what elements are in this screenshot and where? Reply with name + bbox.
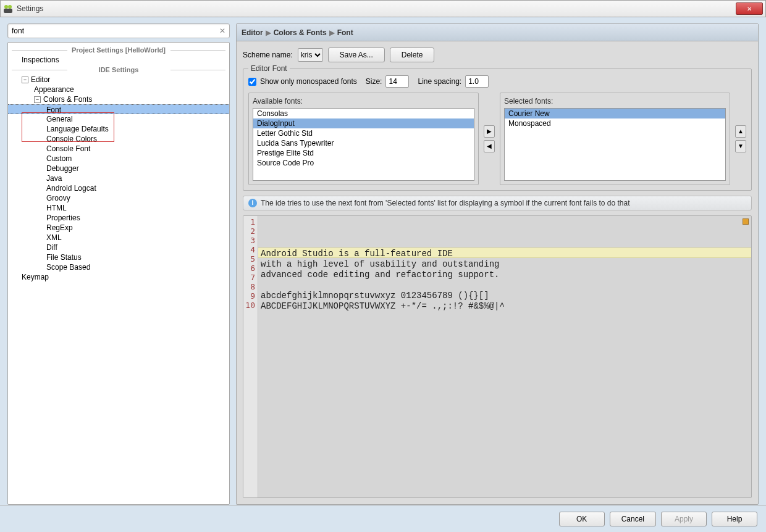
move-right-button[interactable]: ▶ (484, 125, 495, 138)
list-item[interactable]: Lucida Sans Typewriter (253, 138, 474, 148)
expander-icon[interactable]: − (22, 77, 28, 83)
size-label: Size: (366, 77, 382, 86)
tree-colors-fonts[interactable]: −Colors & Fonts (8, 94, 229, 104)
tree-java[interactable]: Java (8, 173, 229, 183)
available-fonts-list[interactable]: ConsolasDialogInputLetter Gothic StdLuci… (253, 108, 474, 181)
list-item[interactable]: Prestige Elite Std (253, 148, 474, 158)
tree-appearance[interactable]: Appearance (8, 85, 229, 94)
svg-point-1 (4, 5, 8, 9)
dialog-footer: OK Cancel Apply Help (0, 505, 766, 532)
editor-content[interactable]: Android Studio is a full-featured IDE wi… (258, 216, 751, 497)
tree-font[interactable]: Font (8, 104, 229, 114)
search-input[interactable] (7, 23, 230, 38)
tree-editor[interactable]: −Editor (8, 75, 229, 85)
settings-tree[interactable]: Project Settings [HelloWorld] Inspection… (7, 42, 230, 505)
selected-fonts-box: Selected fonts: Courier NewMonospaced (500, 93, 730, 185)
tree-console-colors[interactable]: Console Colors (8, 134, 229, 144)
tree-language-defaults[interactable]: Language Defaults (8, 124, 229, 134)
apply-button[interactable]: Apply (661, 512, 707, 526)
list-item[interactable]: Letter Gothic Std (253, 128, 474, 138)
line-spacing-label: Line spacing: (418, 77, 461, 86)
clear-search-icon[interactable]: ✕ (217, 26, 227, 36)
tree-html[interactable]: HTML (8, 203, 229, 213)
hint-text: The ide tries to use the next font from … (261, 199, 630, 207)
stripe-marker (743, 218, 749, 225)
tree-custom[interactable]: Custom (8, 154, 229, 164)
chevron-right-icon: ▶ (329, 28, 335, 37)
project-settings-separator: Project Settings [HelloWorld] (8, 46, 229, 54)
sidebar: ✕ Project Settings [HelloWorld] Inspecti… (7, 23, 230, 505)
editor-font-legend: Editor Font (248, 64, 290, 73)
breadcrumb-colors-fonts[interactable]: Colors & Fonts (274, 28, 327, 37)
chevron-right-icon: ▶ (266, 28, 271, 37)
ide-settings-separator: IDE Settings (8, 66, 229, 73)
ok-button[interactable]: OK (559, 512, 605, 526)
breadcrumb-font: Font (337, 28, 353, 37)
save-as-button[interactable]: Save As... (328, 48, 385, 62)
available-fonts-box: Available fonts: ConsolasDialogInputLett… (248, 93, 479, 185)
tree-diff[interactable]: Diff (8, 243, 229, 252)
delete-button[interactable]: Delete (390, 48, 435, 62)
titlebar: Settings ✕ (0, 0, 766, 17)
tree-debugger[interactable]: Debugger (8, 164, 229, 173)
scheme-name-label: Scheme name: (243, 51, 293, 59)
editor-font-fieldset: Editor Font Show only monospaced fonts S… (243, 69, 752, 191)
list-item[interactable]: Monospaced (505, 118, 725, 128)
tree-xml[interactable]: XML (8, 233, 229, 243)
size-input[interactable] (385, 75, 409, 88)
tree-regexp[interactable]: RegExp (8, 223, 229, 233)
breadcrumb: Editor ▶ Colors & Fonts ▶ Font (237, 24, 758, 41)
tree-inspections[interactable]: Inspections (8, 55, 229, 65)
breadcrumb-editor[interactable]: Editor (242, 28, 263, 37)
preview-editor[interactable]: 12345678910 Android Studio is a full-fea… (243, 215, 752, 498)
cancel-button[interactable]: Cancel (610, 512, 656, 526)
svg-point-2 (8, 5, 12, 9)
tree-general[interactable]: General (8, 114, 229, 124)
tree-properties[interactable]: Properties (8, 213, 229, 223)
list-item[interactable]: DialogInput (253, 118, 474, 128)
tree-file-status[interactable]: File Status (8, 252, 229, 262)
monospaced-label: Show only monospaced fonts (260, 77, 357, 86)
window-title: Settings (17, 4, 736, 13)
expander-icon[interactable]: − (34, 96, 41, 103)
tree-console-font[interactable]: Console Font (8, 144, 229, 154)
svg-rect-0 (4, 9, 12, 13)
monospaced-checkbox[interactable] (248, 78, 256, 86)
info-icon: i (248, 199, 257, 207)
tree-keymap[interactable]: Keymap (8, 272, 229, 282)
move-down-button[interactable]: ▼ (735, 140, 746, 152)
scheme-select[interactable]: kris (298, 48, 323, 62)
list-item[interactable]: Source Code Pro (253, 158, 474, 168)
tree-groovy[interactable]: Groovy (8, 193, 229, 203)
hint-bar: i The ide tries to use the next font fro… (243, 196, 752, 210)
line-spacing-input[interactable] (465, 75, 489, 88)
line-gutter: 12345678910 (243, 216, 258, 497)
tree-android-logcat[interactable]: Android Logcat (8, 183, 229, 193)
list-item[interactable]: Consolas (253, 109, 474, 118)
tree-scope-based[interactable]: Scope Based (8, 262, 229, 272)
selected-fonts-label: Selected fonts: (504, 97, 726, 106)
main-panel: Editor ▶ Colors & Fonts ▶ Font Scheme na… (236, 23, 759, 505)
help-button[interactable]: Help (712, 512, 757, 526)
move-left-button[interactable]: ◀ (484, 140, 495, 152)
close-button[interactable]: ✕ (736, 2, 763, 15)
selected-fonts-list[interactable]: Courier NewMonospaced (504, 108, 726, 181)
list-item[interactable]: Courier New (505, 109, 725, 118)
available-fonts-label: Available fonts: (253, 97, 474, 106)
move-up-button[interactable]: ▲ (735, 125, 746, 138)
app-icon (3, 4, 13, 14)
